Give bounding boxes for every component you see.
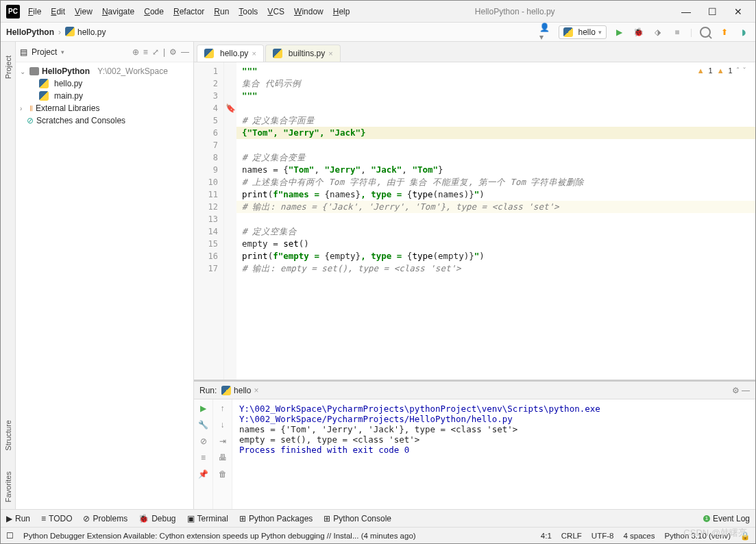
bottom-tab-python-packages[interactable]: ⊞Python Packages <box>239 514 313 523</box>
menu-run[interactable]: Run <box>214 7 229 16</box>
app-logo: PC <box>6 5 20 18</box>
status-message[interactable]: Python Debugger Extension Available: Cyt… <box>23 532 531 540</box>
status-eol[interactable]: CRLF <box>561 532 582 540</box>
run-tab[interactable]: hello <box>234 386 251 395</box>
editor-tabs: hello.py×builtins.py× <box>194 42 755 62</box>
menu-edit[interactable]: Edit <box>51 7 65 16</box>
inspection-widget[interactable]: ▲1 ▲1 ˆˇ <box>697 66 746 75</box>
python-file-icon <box>39 91 49 101</box>
library-icon: ⫴ <box>29 103 33 113</box>
down-icon[interactable]: ↓ <box>221 420 225 430</box>
stop-button[interactable]: ■ <box>671 26 683 38</box>
ide-features-button[interactable]: ◗ <box>737 26 750 38</box>
softwrap-icon[interactable]: ⇥ <box>219 436 226 446</box>
window-title: HelloPython - hello.py <box>350 7 680 16</box>
status-indent[interactable]: 4 spaces <box>623 532 655 540</box>
line-gutter: 1234567891011121314151617 <box>194 62 224 380</box>
gear-icon[interactable]: ⚙ <box>169 47 177 57</box>
tree-file-main[interactable]: main.py <box>20 90 189 102</box>
bookmark-icon[interactable]: 🔖 <box>225 103 236 113</box>
code-editor[interactable]: ▲1 ▲1 ˆˇ 1234567891011121314151617 🔖 """… <box>194 62 755 380</box>
close-icon[interactable]: × <box>328 49 332 58</box>
run-tools-right: ↑ ↓ ⇥ 🖶 🗑 <box>213 399 232 509</box>
close-icon[interactable]: × <box>252 49 256 58</box>
menu-window[interactable]: Window <box>294 7 324 16</box>
debug-button[interactable]: 🐞 <box>633 26 645 38</box>
trash-icon[interactable]: 🗑 <box>219 469 227 479</box>
menu-view[interactable]: View <box>75 7 93 16</box>
gutter-icons: 🔖 <box>224 62 236 380</box>
bottom-tab-run[interactable]: ▶Run <box>6 514 30 523</box>
coverage-button[interactable]: ⬗ <box>652 26 664 38</box>
tree-scratches[interactable]: ⊘ Scratches and Consoles <box>20 114 189 127</box>
close-button[interactable]: ✕ <box>732 6 744 17</box>
event-log-button[interactable]: 1 Event Log <box>703 514 750 523</box>
status-icon[interactable]: ☐ <box>6 531 14 541</box>
hide-icon[interactable]: — <box>181 47 189 57</box>
menu-file[interactable]: File <box>28 7 41 16</box>
update-button[interactable]: ⬆ <box>718 26 731 38</box>
tree-root[interactable]: ⌄ HelloPython Y:\002_WorkSpace <box>20 65 189 77</box>
wrench-icon[interactable]: 🔧 <box>198 420 208 430</box>
left-tool-gutter: Project Structure Favorites <box>1 42 16 509</box>
user-icon[interactable]: 👤▾ <box>539 26 552 38</box>
sidebar-title: Project <box>32 47 57 57</box>
python-file-icon <box>204 49 214 58</box>
bottom-tab-problems[interactable]: ⊘Problems <box>83 514 127 523</box>
maximize-button[interactable]: ☐ <box>706 6 718 17</box>
editor-tab[interactable]: builtins.py× <box>265 45 341 62</box>
favorites-tool-tab[interactable]: Favorites <box>4 471 12 502</box>
close-icon[interactable]: × <box>254 386 258 395</box>
run-label: Run: <box>199 386 217 395</box>
print-icon[interactable]: 🖶 <box>219 453 227 462</box>
warning-icon: ▲ <box>697 66 705 75</box>
watermark: CSDN @韩曙亮 <box>683 527 747 539</box>
bottom-tab-todo[interactable]: ≡TODO <box>41 514 72 523</box>
scratch-icon: ⊘ <box>27 116 34 125</box>
project-tool-tab[interactable]: Project <box>4 55 12 79</box>
breadcrumb[interactable]: HelloPython › hello.py <box>6 27 106 37</box>
menu-help[interactable]: Help <box>333 7 350 16</box>
status-encoding[interactable]: UTF-8 <box>592 532 614 540</box>
bottom-tab-debug[interactable]: 🐞Debug <box>138 514 175 523</box>
run-button[interactable]: ▶ <box>613 26 626 38</box>
pin-icon[interactable]: 📌 <box>198 469 208 479</box>
editor-tab[interactable]: hello.py× <box>197 45 264 62</box>
run-config-select[interactable]: hello ▾ <box>559 25 607 39</box>
main-menu: FileEditViewNavigateCodeRefactorRunTools… <box>28 7 350 16</box>
bottom-tab-terminal[interactable]: ▣Terminal <box>187 514 228 523</box>
project-tree: ⌄ HelloPython Y:\002_WorkSpace hello.py … <box>16 62 193 129</box>
menu-tools[interactable]: Tools <box>239 7 258 16</box>
bottom-tool-tabs: ▶Run≡TODO⊘Problems🐞Debug▣Terminal⊞Python… <box>1 509 755 527</box>
titlebar: PC FileEditViewNavigateCodeRefactorRunTo… <box>1 1 755 23</box>
bottom-tab-python-console[interactable]: ⊞Python Console <box>324 514 391 523</box>
expand-icon[interactable]: ⤢ <box>152 47 159 57</box>
target-icon[interactable]: ⊕ <box>132 47 139 57</box>
python-icon <box>563 27 573 37</box>
tree-ext-libs[interactable]: ›⫴ External Libraries <box>20 102 189 114</box>
minimize-button[interactable]: — <box>680 6 692 17</box>
menu-vcs[interactable]: VCS <box>267 7 284 16</box>
up-icon[interactable]: ↑ <box>221 404 225 413</box>
python-icon <box>221 386 231 395</box>
hide-icon[interactable]: — <box>742 386 750 395</box>
rerun-button[interactable]: ▶ <box>200 404 206 413</box>
breadcrumb-file[interactable]: hello.py <box>77 27 106 37</box>
status-pos[interactable]: 4:1 <box>541 532 552 540</box>
breadcrumb-project[interactable]: HelloPython <box>6 27 54 37</box>
stop-icon[interactable]: ⊘ <box>200 436 207 446</box>
menu-navigate[interactable]: Navigate <box>102 7 134 16</box>
folder-icon <box>29 67 39 75</box>
status-bar: ☐ Python Debugger Extension Available: C… <box>1 527 755 543</box>
tree-file-hello[interactable]: hello.py <box>20 77 189 90</box>
menu-refactor[interactable]: Refactor <box>173 7 204 16</box>
structure-tool-tab[interactable]: Structure <box>4 420 12 451</box>
run-tools-left: ▶ 🔧 ⊘ ≡ 📌 <box>194 399 213 509</box>
layout-icon[interactable]: ≡ <box>201 453 206 462</box>
console-output[interactable]: Y:\002_WorkSpace\PycharmProjects\pythonP… <box>232 399 755 509</box>
navbar: HelloPython › hello.py 👤▾ hello ▾ ▶ 🐞 ⬗ … <box>1 23 755 42</box>
menu-code[interactable]: Code <box>144 7 164 16</box>
gear-icon[interactable]: ⚙ <box>732 386 740 395</box>
search-button[interactable] <box>699 26 711 38</box>
collapse-icon[interactable]: ≡ <box>143 47 148 57</box>
